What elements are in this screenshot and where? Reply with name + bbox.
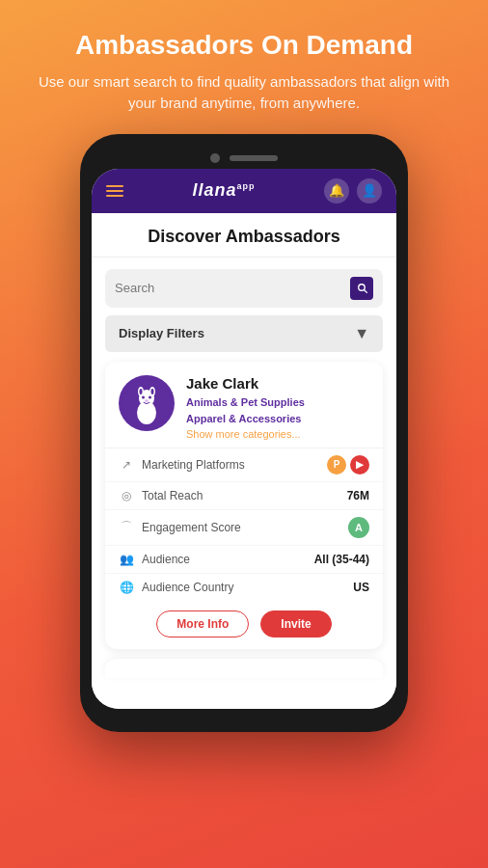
category-1: Animals & Pet Supplies xyxy=(186,394,369,412)
audience-label: Audience xyxy=(142,553,307,566)
engagement-icon: ⌒ xyxy=(119,519,134,535)
display-filters-bar[interactable]: Display Filters ▼ xyxy=(105,315,383,352)
hero-subtitle: Use our smart search to find quality amb… xyxy=(29,71,459,115)
search-button[interactable] xyxy=(350,277,373,300)
country-label: Audience Country xyxy=(142,581,345,594)
phone-notch xyxy=(92,146,396,169)
stat-row-reach: ◎ Total Reach 76M xyxy=(105,482,383,510)
stat-row-engagement: ⌒ Engagement Score A xyxy=(105,510,383,546)
phone-frame: llanaapp 🔔 👤 Discover Ambassadors xyxy=(80,134,408,732)
platform-p-icon: P xyxy=(327,455,346,475)
filters-label: Display Filters xyxy=(119,326,204,340)
platform-icons: P ▶ xyxy=(327,455,369,475)
hero-title: Ambassadors On Demand xyxy=(29,29,459,62)
reach-label: Total Reach xyxy=(142,489,339,502)
search-section xyxy=(92,258,396,315)
avatar xyxy=(119,375,175,431)
svg-point-8 xyxy=(149,395,151,398)
reach-value: 76M xyxy=(347,489,369,502)
svg-point-6 xyxy=(151,389,154,394)
card-stats: ↗ Marketing Platforms P ▶ ◎ Total Reach … xyxy=(105,448,383,601)
card-info: Jake Clark Animals & Pet Supplies Appare… xyxy=(186,375,369,440)
platform-youtube-icon: ▶ xyxy=(350,455,369,475)
show-more-categories[interactable]: Show more categories... xyxy=(186,428,369,440)
platforms-label: Marketing Platforms xyxy=(142,458,319,472)
category-2: Apparel & Accessories xyxy=(186,411,369,428)
stat-row-audience: 👥 Audience All (35-44) xyxy=(105,546,383,574)
chevron-down-icon: ▼ xyxy=(354,325,369,342)
engagement-label: Engagement Score xyxy=(142,521,340,534)
camera-dot xyxy=(210,153,220,163)
audience-icon: 👥 xyxy=(119,553,134,566)
stat-row-country: 🌐 Audience Country US xyxy=(105,574,383,601)
reach-icon: ◎ xyxy=(119,489,134,502)
invite-button[interactable]: Invite xyxy=(260,610,331,637)
audience-value: All (35-44) xyxy=(314,553,369,566)
llama-avatar-icon xyxy=(122,379,171,427)
ambassador-card: Jake Clark Animals & Pet Supplies Appare… xyxy=(105,362,383,649)
notification-bell-icon[interactable]: 🔔 xyxy=(324,178,349,203)
app-navbar: llanaapp 🔔 👤 xyxy=(92,169,396,213)
search-bar xyxy=(105,269,383,308)
speaker-bar xyxy=(230,155,278,161)
ambassador-name: Jake Clark xyxy=(186,375,369,392)
logo-text: llana xyxy=(192,180,236,200)
card-buttons: More Info Invite xyxy=(105,601,383,649)
page-header: Discover Ambassadors xyxy=(92,213,396,258)
search-input[interactable] xyxy=(115,281,344,295)
stat-row-platforms: ↗ Marketing Platforms P ▶ xyxy=(105,448,383,482)
globe-icon: 🌐 xyxy=(119,581,134,594)
page-content: Discover Ambassadors Display Filters ▼ xyxy=(92,213,396,709)
share-icon: ↗ xyxy=(119,458,134,472)
user-icon[interactable]: 👤 xyxy=(357,178,382,203)
page-title: Discover Ambassadors xyxy=(107,227,381,247)
country-value: US xyxy=(353,581,369,594)
app-logo: llanaapp xyxy=(192,180,255,201)
logo-suffix: app xyxy=(237,181,256,191)
next-card-peek xyxy=(105,659,383,678)
hero-section: Ambassadors On Demand Use our smart sear… xyxy=(0,0,488,134)
engagement-badge: A xyxy=(348,517,369,538)
card-top: Jake Clark Animals & Pet Supplies Appare… xyxy=(105,362,383,448)
svg-point-5 xyxy=(140,389,143,394)
hamburger-menu[interactable] xyxy=(106,185,123,197)
svg-point-9 xyxy=(145,399,149,402)
search-icon xyxy=(356,282,368,294)
phone-screen: llanaapp 🔔 👤 Discover Ambassadors xyxy=(92,169,396,709)
svg-point-7 xyxy=(142,395,145,398)
nav-icons: 🔔 👤 xyxy=(324,178,382,203)
more-info-button[interactable]: More Info xyxy=(156,610,249,637)
